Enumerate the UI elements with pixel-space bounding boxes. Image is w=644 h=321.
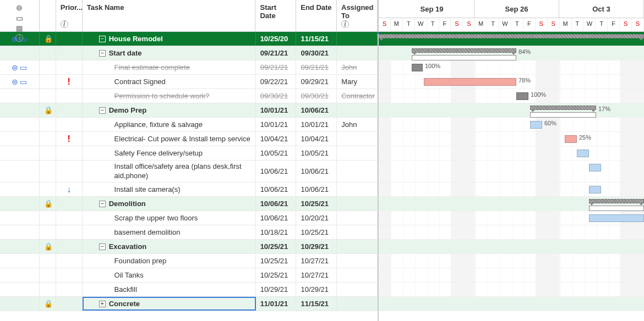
task-row[interactable]: 🔒−Demolition10/06/2110/25/21 — [0, 197, 378, 211]
task-name-cell[interactable]: Install site camera(s) — [83, 182, 256, 196]
collapse-icon[interactable]: − — [99, 50, 106, 57]
start-cell[interactable]: 10/18/21 — [256, 225, 297, 239]
start-cell[interactable]: 11/01/21 — [256, 297, 297, 311]
task-row[interactable]: 🔒−Excavation10/25/2110/29/21 — [0, 240, 378, 254]
task-grid[interactable]: ⊜ ▭ ▤ i Prior... i Task Name Start Date … — [0, 0, 379, 321]
end-cell[interactable]: 10/20/21 — [296, 211, 337, 225]
assigned-column-header[interactable]: Assigned To i — [337, 0, 378, 31]
end-cell[interactable]: 09/30/21 — [296, 46, 337, 60]
task-row[interactable]: 🔒+Concrete11/01/2111/15/21 — [0, 297, 378, 311]
assigned-cell[interactable] — [337, 268, 378, 282]
assigned-cell[interactable] — [337, 211, 378, 225]
gantt-chart[interactable]: Sep 19Sep 26Oct 3 SMTWTFSSMTWTFSSMTWTFSS… — [379, 0, 644, 321]
task-row[interactable]: Appliance, fixture & salvage10/01/2110/0… — [0, 118, 378, 132]
start-cell[interactable]: 10/01/21 — [256, 103, 297, 117]
end-cell[interactable]: 10/01/21 — [296, 118, 337, 131]
end-cell[interactable]: 09/29/21 — [296, 75, 337, 88]
end-cell[interactable]: 10/25/21 — [296, 225, 337, 239]
lock-cell[interactable] — [40, 146, 56, 160]
priority-cell[interactable] — [56, 103, 83, 117]
gantt-summary-bar[interactable] — [589, 199, 644, 203]
task-name-cell[interactable]: Contract Signed — [83, 75, 256, 88]
task-name-cell[interactable]: Oil Tanks — [83, 268, 256, 282]
gantt-summary-bar[interactable] — [530, 106, 596, 110]
priority-cell[interactable] — [56, 197, 83, 211]
comment-icon[interactable]: ▭ — [20, 63, 27, 72]
task-name-cell[interactable]: Scrap the upper two floors — [83, 211, 256, 225]
week-header[interactable]: Sep 19 — [390, 0, 474, 18]
assigned-cell[interactable] — [337, 240, 378, 253]
lock-cell[interactable] — [40, 182, 56, 196]
lock-cell[interactable] — [40, 160, 56, 182]
collapse-icon[interactable]: − — [99, 107, 106, 114]
task-row[interactable]: ↓Install site camera(s)10/06/2110/06/21 — [0, 182, 378, 197]
task-row[interactable]: 🔒−Demo Prep10/01/2110/06/21 — [0, 103, 378, 118]
end-cell[interactable]: 11/15/21 — [296, 32, 337, 46]
task-row[interactable]: Permission to schedule work?09/30/2109/3… — [0, 89, 378, 103]
task-name-cell[interactable]: Safety Fence delivery/setup — [83, 146, 256, 160]
assigned-cell[interactable] — [337, 283, 378, 296]
assigned-cell[interactable] — [337, 32, 378, 46]
lock-cell[interactable]: 🔒 — [40, 240, 56, 253]
start-cell[interactable]: 10/04/21 — [256, 132, 297, 146]
start-cell[interactable]: 09/30/21 — [256, 89, 297, 103]
start-cell[interactable]: 09/21/21 — [256, 46, 297, 60]
start-cell[interactable]: 10/06/21 — [256, 197, 297, 211]
priority-cell[interactable] — [56, 297, 83, 311]
task-name-cell[interactable]: basement demolition — [83, 225, 256, 239]
end-cell[interactable]: 10/06/21 — [296, 182, 337, 196]
end-cell[interactable]: 10/25/21 — [296, 197, 337, 211]
task-name-cell[interactable]: Appliance, fixture & salvage — [83, 118, 256, 131]
lock-cell[interactable] — [40, 254, 56, 268]
start-cell[interactable]: 10/25/21 — [256, 254, 297, 268]
task-row[interactable]: Scrap the upper two floors10/06/2110/20/… — [0, 211, 378, 225]
start-cell[interactable]: 10/05/21 — [256, 146, 297, 160]
start-cell[interactable]: 10/25/21 — [256, 268, 297, 282]
lock-cell[interactable] — [40, 132, 56, 146]
task-name-cell[interactable]: +Concrete — [83, 297, 256, 311]
lock-cell[interactable] — [40, 268, 56, 282]
task-row[interactable]: !Electrical- Cut power & Install temp se… — [0, 132, 378, 146]
assigned-cell[interactable]: John — [337, 60, 378, 74]
lock-cell[interactable]: 🔒 — [40, 297, 56, 311]
attachment-icon[interactable]: ⊜ — [12, 63, 18, 72]
lock-cell[interactable] — [40, 211, 56, 225]
start-cell[interactable]: 10/06/21 — [256, 211, 297, 225]
lock-cell[interactable]: 🔒 — [40, 32, 56, 46]
assigned-cell[interactable]: John — [337, 118, 378, 131]
assigned-cell[interactable]: Contractor — [337, 89, 378, 103]
attachment-icon[interactable]: ⊜ — [12, 78, 18, 86]
task-name-cell[interactable]: −Demo Prep — [83, 103, 256, 117]
end-cell[interactable]: 10/04/21 — [296, 132, 337, 146]
gantt-task-bar[interactable] — [516, 92, 528, 100]
task-row[interactable]: Safety Fence delivery/setup10/05/2110/05… — [0, 146, 378, 160]
assigned-cell[interactable] — [337, 197, 378, 211]
gantt-task-bar[interactable] — [589, 214, 644, 222]
task-name-cell[interactable]: Foundation prep — [83, 254, 256, 268]
assigned-cell[interactable] — [337, 146, 378, 160]
start-cell[interactable]: 10/25/20 — [256, 32, 297, 46]
gantt-task-bar[interactable] — [530, 121, 542, 129]
lock-cell[interactable]: 🔒 — [40, 197, 56, 211]
collapse-icon[interactable]: − — [99, 201, 106, 207]
assigned-cell[interactable] — [337, 103, 378, 117]
assigned-cell[interactable] — [337, 132, 378, 146]
assigned-cell[interactable] — [337, 182, 378, 196]
task-row[interactable]: Backfill10/29/2110/29/21 — [0, 283, 378, 297]
assigned-cell[interactable] — [337, 225, 378, 239]
priority-column-header[interactable]: Prior... i — [56, 0, 83, 31]
priority-cell[interactable]: ! — [56, 132, 83, 146]
end-cell[interactable]: 09/21/21 — [296, 60, 337, 74]
lock-cell[interactable] — [40, 60, 56, 74]
comment-icon[interactable]: ▭ — [20, 78, 27, 86]
gantt-task-bar[interactable] — [424, 78, 516, 86]
assigned-cell[interactable] — [337, 46, 378, 60]
end-cell[interactable]: 09/30/21 — [296, 89, 337, 103]
assigned-cell[interactable]: Mary — [337, 75, 378, 88]
priority-cell[interactable] — [56, 160, 83, 182]
expand-icon[interactable]: + — [99, 301, 106, 307]
start-cell[interactable]: 10/06/21 — [256, 160, 297, 182]
task-name-cell[interactable]: Permission to schedule work? — [83, 89, 256, 103]
start-cell[interactable]: 10/01/21 — [256, 118, 297, 131]
gantt-task-bar[interactable] — [589, 164, 601, 171]
